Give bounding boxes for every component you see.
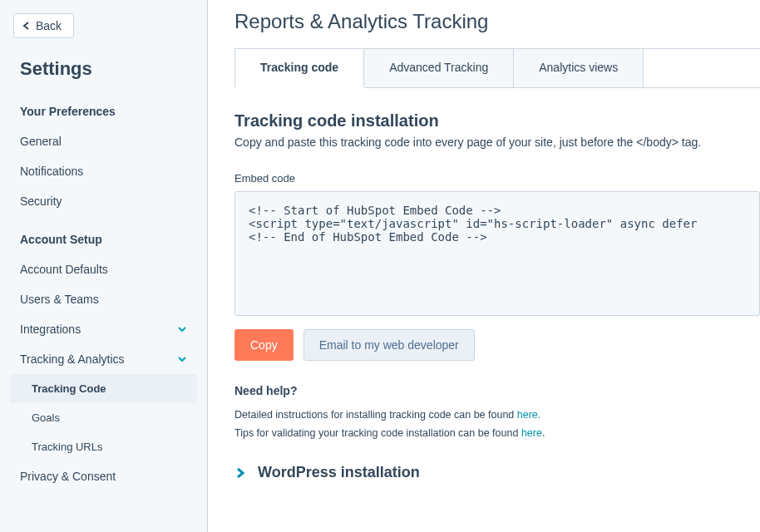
sidebar-item-users-teams[interactable]: Users & Teams xyxy=(0,284,207,314)
section-description: Copy and paste this tracking code into e… xyxy=(234,135,760,149)
sidebar-item-account-defaults[interactable]: Account Defaults xyxy=(0,254,207,284)
help-line-validation: Tips for validating your tracking code i… xyxy=(234,427,760,439)
embed-code-label: Embed code xyxy=(234,172,760,185)
sidebar-item-label: Integrations xyxy=(20,323,81,336)
sidebar-item-tracking-analytics[interactable]: Tracking & Analytics xyxy=(0,344,207,374)
tabs: Tracking code Advanced Tracking Analytic… xyxy=(234,48,760,88)
sidebar-item-integrations[interactable]: Integrations xyxy=(0,314,207,344)
wordpress-installation-accordion[interactable]: WordPress installation xyxy=(234,464,760,481)
need-help-title: Need help? xyxy=(234,384,760,397)
embed-code-box[interactable]: <!-- Start of HubSpot Embed Code --> <sc… xyxy=(234,191,760,316)
tab-analytics-views[interactable]: Analytics views xyxy=(514,49,644,87)
instructions-link[interactable]: here xyxy=(517,409,538,421)
sidebar-item-tracking-urls[interactable]: Tracking URLs xyxy=(0,432,207,461)
accordion-title: WordPress installation xyxy=(258,464,420,481)
sidebar-item-general[interactable]: General xyxy=(0,126,207,156)
chevron-down-icon xyxy=(177,324,187,334)
account-setup-section-label: Account Setup xyxy=(0,224,207,254)
back-button[interactable]: Back xyxy=(13,13,74,38)
sidebar-item-goals[interactable]: Goals xyxy=(0,403,207,432)
chevron-down-icon xyxy=(177,354,187,364)
chevron-right-icon xyxy=(234,467,246,479)
validation-link[interactable]: here xyxy=(521,427,542,439)
main-content: Reports & Analytics Tracking Tracking co… xyxy=(208,0,760,532)
preferences-section-label: Your Preferences xyxy=(0,96,207,126)
sidebar-item-security[interactable]: Security xyxy=(0,186,207,216)
settings-sidebar: Back Settings Your Preferences General N… xyxy=(0,0,208,532)
sidebar-item-notifications[interactable]: Notifications xyxy=(0,156,207,186)
sidebar-title: Settings xyxy=(0,58,207,96)
sidebar-item-tracking-code[interactable]: Tracking Code xyxy=(10,374,197,403)
copy-button[interactable]: Copy xyxy=(234,329,294,361)
email-developer-button[interactable]: Email to my web developer xyxy=(304,329,475,361)
help-line-instructions: Detailed instructions for installing tra… xyxy=(234,409,760,421)
sidebar-item-label: Tracking & Analytics xyxy=(20,352,125,366)
page-title: Reports & Analytics Tracking xyxy=(234,10,760,33)
section-title: Tracking code installation xyxy=(234,111,760,131)
chevron-left-icon xyxy=(22,22,31,30)
sidebar-item-privacy-consent[interactable]: Privacy & Consent xyxy=(0,461,207,491)
back-label: Back xyxy=(36,19,62,32)
tab-tracking-code[interactable]: Tracking code xyxy=(234,49,364,88)
tab-advanced-tracking[interactable]: Advanced Tracking xyxy=(364,49,514,87)
